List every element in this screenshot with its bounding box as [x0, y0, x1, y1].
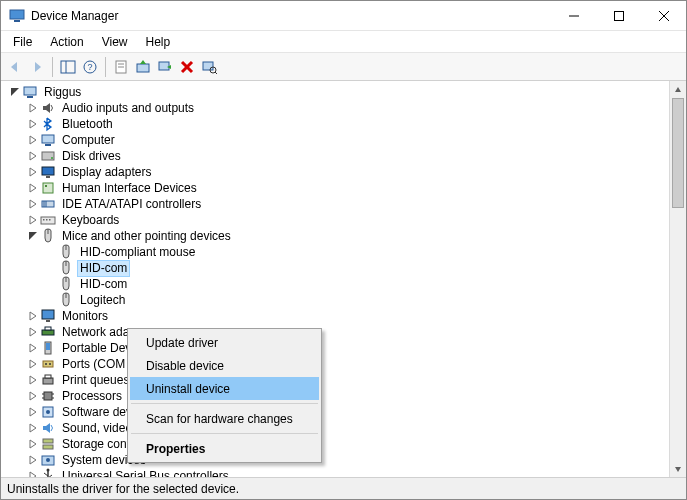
update-driver-button[interactable] — [133, 56, 153, 78]
svg-rect-31 — [42, 135, 54, 143]
svg-marker-36 — [30, 168, 36, 176]
tree-category-16[interactable]: Sound, video and game controllers — [4, 420, 669, 436]
disk-icon — [40, 148, 56, 164]
device-tree[interactable]: RiggusAudio inputs and outputsBluetoothC… — [1, 81, 669, 477]
tree-category-1[interactable]: Bluetooth — [4, 116, 669, 132]
tree-toggle[interactable] — [8, 85, 22, 99]
tree-node-label: Computer — [59, 132, 118, 149]
tree-category-13[interactable]: Print queues — [4, 372, 669, 388]
tree-toggle[interactable] — [26, 101, 40, 115]
disable-device-button[interactable] — [155, 56, 175, 78]
tree-category-7[interactable]: Keyboards — [4, 212, 669, 228]
menu-help[interactable]: Help — [138, 33, 179, 51]
svg-marker-51 — [29, 232, 37, 240]
tree-toggle[interactable] — [26, 213, 40, 227]
close-icon — [659, 11, 669, 21]
svg-marker-42 — [30, 200, 36, 208]
tree-node-label: HID-compliant mouse — [77, 244, 198, 261]
tree-node-label: Universal Serial Bus controllers — [59, 468, 232, 478]
tree-toggle[interactable] — [26, 341, 40, 355]
vertical-scrollbar[interactable] — [669, 81, 686, 477]
tree-category-10[interactable]: Network ada — [4, 324, 669, 340]
tree-device-8-2[interactable]: HID-com — [4, 276, 669, 292]
menu-action[interactable]: Action — [42, 33, 91, 51]
tree-node-label: HID-com — [77, 276, 130, 293]
tree-toggle[interactable] — [26, 165, 40, 179]
tree-toggle[interactable] — [26, 197, 40, 211]
tree-category-3[interactable]: Disk drives — [4, 148, 669, 164]
ctx-uninstall-device[interactable]: Uninstall device — [130, 377, 319, 400]
tree-toggle[interactable] — [26, 405, 40, 419]
menu-file[interactable]: File — [5, 33, 40, 51]
scroll-up-button[interactable] — [670, 81, 686, 98]
ctx-scan-hardware[interactable]: Scan for hardware changes — [130, 407, 319, 430]
tree-category-9[interactable]: Monitors — [4, 308, 669, 324]
tree-toggle[interactable] — [26, 229, 40, 243]
tree-toggle[interactable] — [26, 149, 40, 163]
back-button — [5, 56, 25, 78]
tree-toggle[interactable] — [26, 469, 40, 477]
tree-toggle[interactable] — [26, 453, 40, 467]
main-panel: RiggusAudio inputs and outputsBluetoothC… — [1, 81, 686, 477]
svg-rect-8 — [61, 61, 75, 73]
tree-category-6[interactable]: IDE ATA/ATAPI controllers — [4, 196, 669, 212]
svg-marker-16 — [140, 60, 146, 64]
properties-button[interactable] — [111, 56, 131, 78]
tree-device-8-1[interactable]: HID-com — [4, 260, 669, 276]
svg-marker-33 — [30, 152, 36, 160]
tree-node-label: Audio inputs and outputs — [59, 100, 197, 117]
tree-category-18[interactable]: System devices — [4, 452, 669, 468]
context-menu-separator — [131, 433, 318, 434]
svg-rect-40 — [43, 183, 53, 193]
ctx-disable-device[interactable]: Disable device — [130, 354, 319, 377]
minimize-button[interactable] — [551, 1, 596, 30]
tree-category-15[interactable]: Software devices — [4, 404, 669, 420]
minimize-icon — [569, 11, 579, 21]
scroll-down-button[interactable] — [670, 460, 686, 477]
tree-category-19[interactable]: Universal Serial Bus controllers — [4, 468, 669, 477]
tree-toggle[interactable] — [26, 373, 40, 387]
tree-toggle[interactable] — [26, 389, 40, 403]
tree-toggle[interactable] — [26, 421, 40, 435]
tree-category-17[interactable]: Storage controllers — [4, 436, 669, 452]
scroll-track[interactable] — [670, 208, 686, 460]
ctx-update-driver[interactable]: Update driver — [130, 331, 319, 354]
ctx-properties[interactable]: Properties — [130, 437, 319, 460]
scan-hardware-button[interactable] — [199, 56, 219, 78]
svg-rect-74 — [44, 392, 52, 400]
arrow-right-icon — [30, 60, 44, 74]
tree-category-4[interactable]: Display adapters — [4, 164, 669, 180]
svg-rect-21 — [203, 62, 213, 70]
tree-category-8[interactable]: Mice and other pointing devices — [4, 228, 669, 244]
help-button[interactable]: ? — [80, 56, 100, 78]
close-button[interactable] — [641, 1, 686, 30]
tree-toggle[interactable] — [26, 357, 40, 371]
tree-toggle[interactable] — [26, 437, 40, 451]
tree-toggle[interactable] — [26, 133, 40, 147]
tree-toggle[interactable] — [26, 309, 40, 323]
tree-category-11[interactable]: Portable Dev — [4, 340, 669, 356]
maximize-button[interactable] — [596, 1, 641, 30]
svg-point-35 — [51, 157, 53, 159]
tree-category-0[interactable]: Audio inputs and outputs — [4, 100, 669, 116]
tree-category-12[interactable]: Ports (COM & — [4, 356, 669, 372]
tree-toggle[interactable] — [26, 325, 40, 339]
tree-toggle[interactable] — [26, 181, 40, 195]
show-hide-console-tree-button[interactable] — [58, 56, 78, 78]
tree-category-2[interactable]: Computer — [4, 132, 669, 148]
tree-device-8-3[interactable]: Logitech — [4, 292, 669, 308]
svg-rect-67 — [43, 361, 53, 367]
uninstall-device-button[interactable] — [177, 56, 197, 78]
tree-device-8-0[interactable]: HID-compliant mouse — [4, 244, 669, 260]
bluetooth-icon — [40, 116, 56, 132]
tree-category-5[interactable]: Human Interface Devices — [4, 180, 669, 196]
menu-view[interactable]: View — [94, 33, 136, 51]
svg-marker-30 — [30, 136, 36, 144]
svg-rect-58 — [42, 310, 54, 319]
scroll-thumb[interactable] — [672, 98, 684, 208]
tree-root[interactable]: Riggus — [4, 84, 669, 100]
tree-category-14[interactable]: Processors — [4, 388, 669, 404]
svg-line-23 — [215, 72, 217, 74]
tree-toggle[interactable] — [26, 117, 40, 131]
svg-marker-83 — [43, 423, 50, 433]
